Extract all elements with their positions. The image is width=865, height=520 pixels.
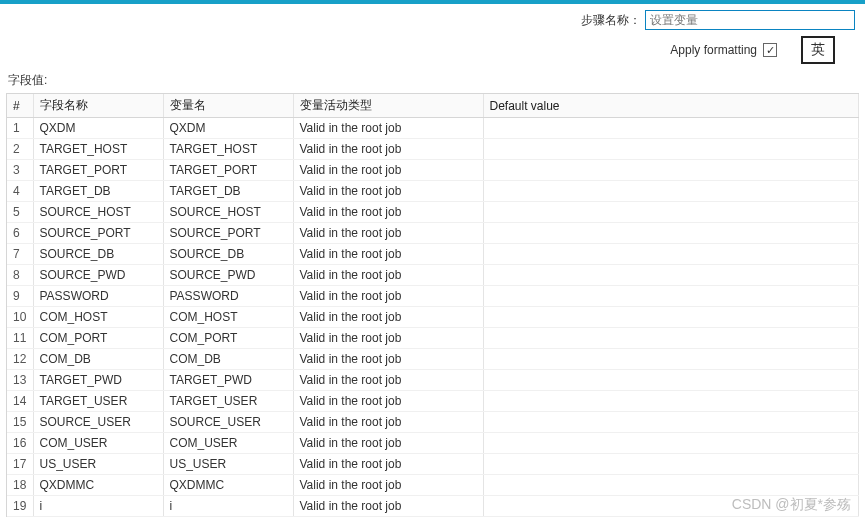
cell-field-name[interactable]: COM_PORT bbox=[33, 328, 163, 349]
col-field-name[interactable]: 字段名称 bbox=[33, 94, 163, 118]
cell-index[interactable]: 18 bbox=[7, 475, 33, 496]
cell-index[interactable]: 7 bbox=[7, 244, 33, 265]
cell-activity-type[interactable]: Valid in the root job bbox=[293, 223, 483, 244]
cell-default-value[interactable] bbox=[483, 412, 859, 433]
cell-activity-type[interactable]: Valid in the root job bbox=[293, 391, 483, 412]
table-row[interactable]: 16COM_USERCOM_USERValid in the root job bbox=[7, 433, 859, 454]
cell-var-name[interactable]: QXDMMC bbox=[163, 475, 293, 496]
cell-index[interactable]: 9 bbox=[7, 286, 33, 307]
col-activity-type[interactable]: 变量活动类型 bbox=[293, 94, 483, 118]
cell-activity-type[interactable]: Valid in the root job bbox=[293, 412, 483, 433]
cell-activity-type[interactable]: Valid in the root job bbox=[293, 349, 483, 370]
table-row[interactable]: 6SOURCE_PORTSOURCE_PORTValid in the root… bbox=[7, 223, 859, 244]
table-row[interactable]: 12COM_DBCOM_DBValid in the root job bbox=[7, 349, 859, 370]
table-row[interactable]: 7SOURCE_DBSOURCE_DBValid in the root job bbox=[7, 244, 859, 265]
cell-field-name[interactable]: SOURCE_PWD bbox=[33, 265, 163, 286]
table-row[interactable]: 10COM_HOSTCOM_HOSTValid in the root job bbox=[7, 307, 859, 328]
cell-activity-type[interactable]: Valid in the root job bbox=[293, 265, 483, 286]
cell-var-name[interactable]: SOURCE_HOST bbox=[163, 202, 293, 223]
cell-default-value[interactable] bbox=[483, 475, 859, 496]
cell-field-name[interactable]: SOURCE_HOST bbox=[33, 202, 163, 223]
cell-field-name[interactable]: TARGET_PORT bbox=[33, 160, 163, 181]
fields-table[interactable]: # 字段名称 变量名 变量活动类型 Default value 1QXDMQXD… bbox=[7, 94, 859, 517]
col-var-name[interactable]: 变量名 bbox=[163, 94, 293, 118]
cell-index[interactable]: 1 bbox=[7, 118, 33, 139]
cell-activity-type[interactable]: Valid in the root job bbox=[293, 328, 483, 349]
cell-field-name[interactable]: i bbox=[33, 496, 163, 517]
table-row[interactable]: 4TARGET_DBTARGET_DBValid in the root job bbox=[7, 181, 859, 202]
cell-field-name[interactable]: QXDMMC bbox=[33, 475, 163, 496]
cell-default-value[interactable] bbox=[483, 370, 859, 391]
cell-index[interactable]: 2 bbox=[7, 139, 33, 160]
cell-activity-type[interactable]: Valid in the root job bbox=[293, 181, 483, 202]
table-row[interactable]: 17US_USERUS_USERValid in the root job bbox=[7, 454, 859, 475]
table-row[interactable]: 9PASSWORDPASSWORDValid in the root job bbox=[7, 286, 859, 307]
table-row[interactable]: 13TARGET_PWDTARGET_PWDValid in the root … bbox=[7, 370, 859, 391]
cell-index[interactable]: 15 bbox=[7, 412, 33, 433]
cell-var-name[interactable]: TARGET_DB bbox=[163, 181, 293, 202]
cell-field-name[interactable]: TARGET_USER bbox=[33, 391, 163, 412]
cell-field-name[interactable]: TARGET_HOST bbox=[33, 139, 163, 160]
cell-index[interactable]: 14 bbox=[7, 391, 33, 412]
cell-var-name[interactable]: TARGET_PWD bbox=[163, 370, 293, 391]
cell-field-name[interactable]: TARGET_DB bbox=[33, 181, 163, 202]
cell-default-value[interactable] bbox=[483, 118, 859, 139]
cell-field-name[interactable]: SOURCE_DB bbox=[33, 244, 163, 265]
cell-default-value[interactable] bbox=[483, 454, 859, 475]
cell-activity-type[interactable]: Valid in the root job bbox=[293, 286, 483, 307]
cell-var-name[interactable]: TARGET_PORT bbox=[163, 160, 293, 181]
table-row[interactable]: 5SOURCE_HOSTSOURCE_HOSTValid in the root… bbox=[7, 202, 859, 223]
cell-var-name[interactable]: PASSWORD bbox=[163, 286, 293, 307]
cell-index[interactable]: 12 bbox=[7, 349, 33, 370]
cell-var-name[interactable]: TARGET_USER bbox=[163, 391, 293, 412]
cell-index[interactable]: 6 bbox=[7, 223, 33, 244]
cell-var-name[interactable]: i bbox=[163, 496, 293, 517]
cell-index[interactable]: 4 bbox=[7, 181, 33, 202]
apply-formatting-checkbox[interactable]: ✓ bbox=[763, 43, 777, 57]
cell-index[interactable]: 11 bbox=[7, 328, 33, 349]
cell-var-name[interactable]: SOURCE_USER bbox=[163, 412, 293, 433]
cell-activity-type[interactable]: Valid in the root job bbox=[293, 118, 483, 139]
cell-field-name[interactable]: COM_HOST bbox=[33, 307, 163, 328]
cell-var-name[interactable]: SOURCE_PWD bbox=[163, 265, 293, 286]
cell-var-name[interactable]: SOURCE_DB bbox=[163, 244, 293, 265]
cell-index[interactable]: 8 bbox=[7, 265, 33, 286]
cell-var-name[interactable]: TARGET_HOST bbox=[163, 139, 293, 160]
cell-activity-type[interactable]: Valid in the root job bbox=[293, 475, 483, 496]
cell-default-value[interactable] bbox=[483, 433, 859, 454]
cell-index[interactable]: 17 bbox=[7, 454, 33, 475]
cell-index[interactable]: 19 bbox=[7, 496, 33, 517]
table-row[interactable]: 8SOURCE_PWDSOURCE_PWDValid in the root j… bbox=[7, 265, 859, 286]
cell-default-value[interactable] bbox=[483, 139, 859, 160]
cell-index[interactable]: 13 bbox=[7, 370, 33, 391]
cell-var-name[interactable]: COM_PORT bbox=[163, 328, 293, 349]
cell-activity-type[interactable]: Valid in the root job bbox=[293, 454, 483, 475]
cell-default-value[interactable] bbox=[483, 349, 859, 370]
cell-var-name[interactable]: COM_USER bbox=[163, 433, 293, 454]
table-row[interactable]: 14TARGET_USERTARGET_USERValid in the roo… bbox=[7, 391, 859, 412]
table-row[interactable]: 19iiValid in the root job bbox=[7, 496, 859, 517]
cell-activity-type[interactable]: Valid in the root job bbox=[293, 496, 483, 517]
table-row[interactable]: 1QXDMQXDMValid in the root job bbox=[7, 118, 859, 139]
cell-activity-type[interactable]: Valid in the root job bbox=[293, 244, 483, 265]
cell-var-name[interactable]: QXDM bbox=[163, 118, 293, 139]
col-index[interactable]: # bbox=[7, 94, 33, 118]
cell-field-name[interactable]: TARGET_PWD bbox=[33, 370, 163, 391]
cell-default-value[interactable] bbox=[483, 202, 859, 223]
cell-default-value[interactable] bbox=[483, 181, 859, 202]
cell-field-name[interactable]: PASSWORD bbox=[33, 286, 163, 307]
ime-badge[interactable]: 英 bbox=[801, 36, 835, 64]
cell-field-name[interactable]: COM_USER bbox=[33, 433, 163, 454]
cell-var-name[interactable]: US_USER bbox=[163, 454, 293, 475]
cell-index[interactable]: 16 bbox=[7, 433, 33, 454]
cell-default-value[interactable] bbox=[483, 391, 859, 412]
table-row[interactable]: 11COM_PORTCOM_PORTValid in the root job bbox=[7, 328, 859, 349]
cell-default-value[interactable] bbox=[483, 286, 859, 307]
cell-default-value[interactable] bbox=[483, 307, 859, 328]
cell-activity-type[interactable]: Valid in the root job bbox=[293, 160, 483, 181]
cell-default-value[interactable] bbox=[483, 265, 859, 286]
cell-field-name[interactable]: US_USER bbox=[33, 454, 163, 475]
step-name-input[interactable] bbox=[645, 10, 855, 30]
cell-field-name[interactable]: COM_DB bbox=[33, 349, 163, 370]
cell-default-value[interactable] bbox=[483, 328, 859, 349]
